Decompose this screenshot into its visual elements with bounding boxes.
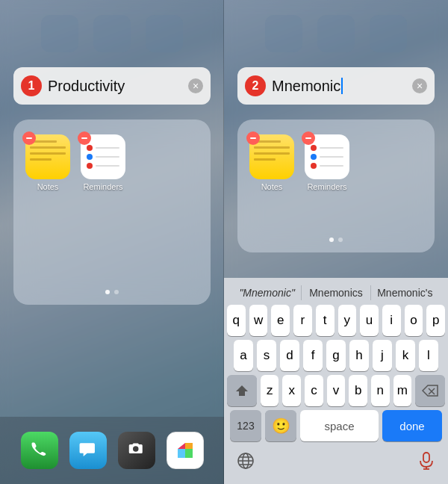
backspace-key[interactable] xyxy=(415,375,445,406)
dot-inactive-left xyxy=(114,290,119,294)
dock-phone-left[interactable] xyxy=(21,432,58,469)
notes-label-right: Notes xyxy=(261,182,283,191)
emoji-key[interactable]: 🙂 xyxy=(265,410,296,441)
key-t[interactable]: t xyxy=(316,305,335,336)
notes-icon-wrapper-left xyxy=(25,134,70,179)
folder-dots-right xyxy=(249,238,423,242)
keyboard-globe-mic-row xyxy=(227,445,445,477)
key-c[interactable]: c xyxy=(305,375,323,406)
minus-badge-notes-left[interactable] xyxy=(22,131,36,145)
app-reminders-left[interactable]: Reminders xyxy=(81,134,125,191)
key-k[interactable]: k xyxy=(396,340,415,371)
reminders-icon-wrapper-right xyxy=(305,134,349,179)
space-key[interactable]: space xyxy=(300,410,379,441)
done-key[interactable]: done xyxy=(382,410,442,441)
keyboard-area: "Mnemonic" Mnemonics Mnemonic's q w e r … xyxy=(224,278,448,484)
notes-icon-wrapper-right xyxy=(249,134,294,179)
folder-number-badge-left: 1 xyxy=(21,75,42,96)
folder-card-left: Notes xyxy=(13,120,211,305)
svg-marker-0 xyxy=(236,385,248,396)
clear-button-right[interactable] xyxy=(412,78,427,93)
svg-rect-6 xyxy=(423,453,429,462)
key-w[interactable]: w xyxy=(249,305,268,336)
folder-title-bar-left[interactable]: 1 Productivity xyxy=(13,67,211,105)
folder-empty-space-left xyxy=(25,191,199,281)
app-notes-right[interactable]: Notes xyxy=(249,134,294,191)
key-o[interactable]: o xyxy=(405,305,423,336)
keyboard-bottom-row: 123 🙂 space done xyxy=(227,410,445,441)
key-m[interactable]: m xyxy=(393,375,412,406)
key-j[interactable]: j xyxy=(373,340,392,371)
folder-title-bar-right[interactable]: 2 Mnemonic xyxy=(237,67,435,105)
bg-icons-left xyxy=(0,15,224,52)
key-x[interactable]: x xyxy=(282,375,301,406)
dot-inactive-right xyxy=(338,238,343,242)
minus-badge-reminders-left[interactable] xyxy=(78,131,91,145)
autocorrect-possessive[interactable]: Mnemonic's xyxy=(371,285,439,300)
key-b[interactable]: b xyxy=(349,375,367,406)
left-panel: 1 Productivity No xyxy=(0,0,224,484)
keyboard-row-3: z x c v b n m xyxy=(227,375,445,406)
key-q[interactable]: q xyxy=(227,305,246,336)
folder-name-left[interactable]: Productivity xyxy=(48,78,182,95)
dot-active-left xyxy=(105,290,110,294)
reminders-label-right: Reminders xyxy=(307,182,346,191)
key-g[interactable]: g xyxy=(326,340,346,371)
app-reminders-right[interactable]: Reminders xyxy=(305,134,349,191)
key-z[interactable]: z xyxy=(261,375,279,406)
folder-apps-left: Notes xyxy=(25,134,199,191)
key-s[interactable]: s xyxy=(257,340,276,371)
keyboard-row-2: a s d f g h j k l xyxy=(227,340,445,371)
autocorrect-plural[interactable]: Mnemonics xyxy=(302,285,370,300)
minus-badge-notes-right[interactable] xyxy=(246,131,260,145)
key-p[interactable]: p xyxy=(426,305,445,336)
key-n[interactable]: n xyxy=(371,375,390,406)
reminders-icon-wrapper-left xyxy=(81,134,125,179)
autocorrect-bar: "Mnemonic" Mnemonics Mnemonic's xyxy=(227,282,445,305)
key-u[interactable]: u xyxy=(360,305,379,336)
folder-card-right: Notes xyxy=(237,120,435,252)
bg-icons-right xyxy=(224,15,448,52)
key-h[interactable]: h xyxy=(349,340,369,371)
key-v[interactable]: v xyxy=(327,375,346,406)
folder-number-badge-right: 2 xyxy=(245,75,266,96)
globe-icon-key[interactable] xyxy=(230,445,261,477)
mic-icon-key[interactable] xyxy=(411,445,442,477)
keyboard-row-1: q w e r t y u i o p xyxy=(227,305,445,336)
folder-apps-right: Notes xyxy=(249,134,423,191)
key-r[interactable]: r xyxy=(293,305,312,336)
folder-dots-left xyxy=(25,290,199,294)
shift-key[interactable] xyxy=(227,375,257,406)
dock-left xyxy=(0,417,224,484)
autocorrect-quoted[interactable]: "Mnemonic" xyxy=(233,285,302,300)
key-a[interactable]: a xyxy=(234,340,253,371)
key-f[interactable]: f xyxy=(303,340,323,371)
num-key[interactable]: 123 xyxy=(230,410,261,441)
key-y[interactable]: y xyxy=(338,305,357,336)
dock-photos-left[interactable] xyxy=(167,432,204,469)
clear-button-left[interactable] xyxy=(188,78,203,93)
folder-name-right[interactable]: Mnemonic xyxy=(272,78,406,95)
dock-camera-left[interactable] xyxy=(118,432,155,469)
notes-label-left: Notes xyxy=(37,182,59,191)
dot-active-right xyxy=(329,238,334,242)
key-d[interactable]: d xyxy=(280,340,299,371)
key-l[interactable]: l xyxy=(419,340,438,371)
right-panel: 2 Mnemonic xyxy=(224,0,448,484)
dock-messages-left[interactable] xyxy=(69,432,107,469)
key-e[interactable]: e xyxy=(271,305,290,336)
key-i[interactable]: i xyxy=(382,305,401,336)
app-notes-left[interactable]: Notes xyxy=(25,134,70,191)
minus-badge-reminders-right[interactable] xyxy=(302,131,315,145)
text-cursor xyxy=(341,78,343,94)
reminders-label-left: Reminders xyxy=(83,182,122,191)
